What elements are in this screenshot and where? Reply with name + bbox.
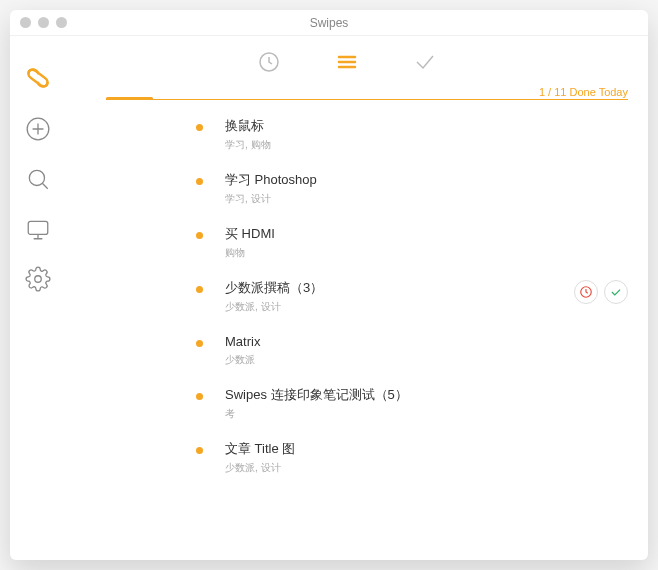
task-dot (196, 393, 203, 400)
task-tags: 学习, 设计 (225, 192, 628, 206)
tab-now[interactable] (335, 50, 359, 74)
task-dot (196, 232, 203, 239)
task-row[interactable]: 学习 Photoshop学习, 设计 (196, 162, 628, 216)
titlebar: Swipes (10, 10, 648, 36)
progress-fill (106, 97, 153, 100)
tab-scheduled[interactable] (257, 50, 281, 74)
tab-done[interactable] (413, 50, 437, 74)
task-dot (196, 124, 203, 131)
settings-button[interactable] (25, 266, 51, 292)
task-title: Swipes 连接印象笔记测试（5） (225, 387, 628, 404)
main-panel: 1 / 11 Done Today 换鼠标学习, 购物学习 Photoshop学… (66, 36, 648, 560)
task-title: 学习 Photoshop (225, 172, 628, 189)
task-row[interactable]: Matrix少数派 (196, 324, 628, 378)
svg-point-3 (29, 170, 44, 185)
task-body: 文章 Title 图少数派, 设计 (225, 441, 628, 475)
task-body: 少数派撰稿（3）少数派, 设计 (225, 280, 564, 314)
task-row[interactable]: 换鼠标学习, 购物 (196, 108, 628, 162)
complete-button[interactable] (604, 280, 628, 304)
task-body: Swipes 连接印象笔记测试（5）考 (225, 387, 628, 421)
task-tags: 学习, 购物 (225, 138, 628, 152)
window-title: Swipes (10, 16, 648, 30)
sidebar (10, 36, 66, 560)
task-row[interactable]: 少数派撰稿（3）少数派, 设计 (196, 270, 628, 324)
progress-label: 1 / 11 Done Today (539, 86, 628, 98)
task-dot (196, 447, 203, 454)
task-tags: 少数派 (225, 353, 628, 367)
progress-track (106, 99, 628, 100)
task-tags: 少数派, 设计 (225, 461, 628, 475)
search-button[interactable] (25, 166, 51, 192)
task-tags: 购物 (225, 246, 628, 260)
task-title: 文章 Title 图 (225, 441, 628, 458)
task-title: 买 HDMI (225, 226, 628, 243)
svg-point-8 (35, 276, 42, 283)
svg-rect-5 (28, 221, 48, 234)
task-body: 学习 Photoshop学习, 设计 (225, 172, 628, 206)
tab-bar (66, 36, 628, 84)
app-window: Swipes (10, 10, 648, 560)
task-row[interactable]: 买 HDMI购物 (196, 216, 628, 270)
task-title: Matrix (225, 334, 628, 351)
desktop-button[interactable] (25, 216, 51, 242)
task-dot (196, 286, 203, 293)
task-row[interactable]: Swipes 连接印象笔记测试（5）考 (196, 377, 628, 431)
task-title: 少数派撰稿（3） (225, 280, 564, 297)
swipes-logo-icon (24, 64, 52, 92)
svg-line-4 (42, 183, 47, 188)
progress-bar: 1 / 11 Done Today (106, 84, 628, 100)
task-title: 换鼠标 (225, 118, 628, 135)
task-body: 买 HDMI购物 (225, 226, 628, 260)
add-button[interactable] (25, 116, 51, 142)
task-dot (196, 178, 203, 185)
task-tags: 少数派, 设计 (225, 300, 564, 314)
task-list: 换鼠标学习, 购物学习 Photoshop学习, 设计买 HDMI购物少数派撰稿… (196, 108, 628, 485)
task-tags: 考 (225, 407, 628, 421)
task-body: 换鼠标学习, 购物 (225, 118, 628, 152)
task-actions (574, 280, 628, 304)
snooze-button[interactable] (574, 280, 598, 304)
task-dot (196, 340, 203, 347)
task-row[interactable]: 文章 Title 图少数派, 设计 (196, 431, 628, 485)
task-body: Matrix少数派 (225, 334, 628, 368)
